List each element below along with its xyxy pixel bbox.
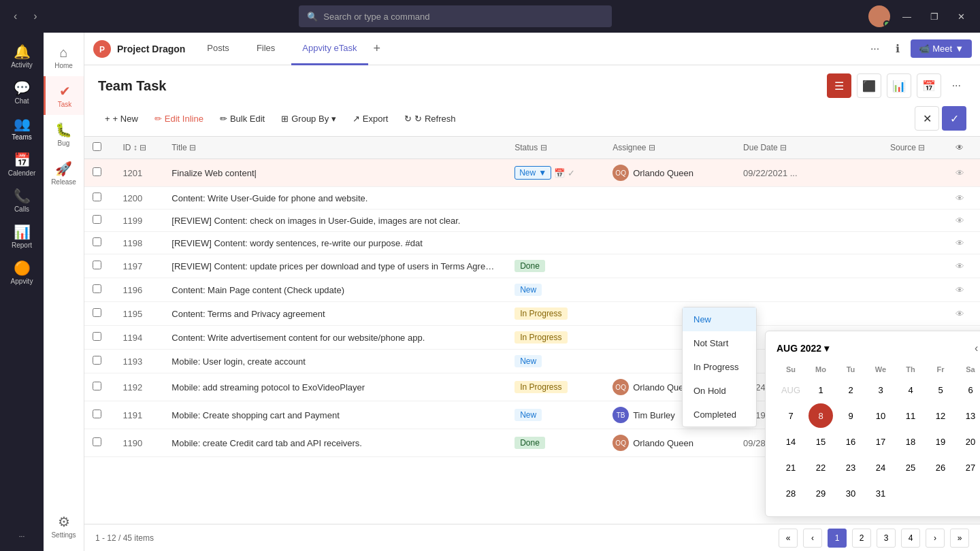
row-checkbox[interactable]: [93, 382, 101, 390]
close-edit-button[interactable]: ✕: [915, 106, 939, 131]
page-4-button[interactable]: 4: [901, 529, 920, 548]
row-checkbox[interactable]: [93, 215, 101, 224]
cal-day-22[interactable]: 22: [808, 455, 833, 480]
last-page-button[interactable]: »: [950, 529, 969, 548]
app-sidebar-release[interactable]: 🚀 Release: [44, 154, 84, 193]
bulk-edit-button[interactable]: ✏ Bulk Edit: [213, 110, 272, 128]
task-title[interactable]: Content: Write User-Guide for phone and …: [163, 187, 506, 210]
app-sidebar-home[interactable]: ⌂ Home: [44, 38, 84, 76]
cal-day-1[interactable]: 1: [808, 378, 833, 402]
filter-title-icon[interactable]: ⊟: [189, 143, 196, 152]
status-cell[interactable]: New: [506, 350, 604, 373]
cal-day-24[interactable]: 24: [868, 455, 893, 480]
filter-id-icon[interactable]: ⊟: [140, 143, 146, 152]
eye-cell[interactable]: 👁: [947, 302, 980, 326]
cal-day-11[interactable]: 11: [898, 403, 923, 428]
status-cell[interactable]: New: [506, 278, 604, 302]
row-checkbox[interactable]: [93, 193, 101, 201]
more-options-button[interactable]: ···: [865, 40, 885, 58]
app-sidebar-bug[interactable]: 🐛 Bug: [44, 115, 84, 154]
maximize-button[interactable]: ❐: [924, 5, 945, 27]
tab-files[interactable]: Files: [246, 33, 286, 65]
status-option-completed[interactable]: Completed: [683, 403, 756, 427]
task-title[interactable]: Content: Terms and Privacy agreement: [163, 302, 506, 326]
row-checkbox[interactable]: [93, 437, 101, 446]
cal-day-18[interactable]: 18: [898, 429, 923, 454]
sidebar-item-calendar[interactable]: 📅 Calender: [0, 146, 44, 182]
filter-source-icon[interactable]: ⊟: [918, 143, 925, 152]
cal-day-6[interactable]: 6: [958, 378, 980, 402]
task-title[interactable]: Mobile: create Credit card tab and API r…: [163, 429, 506, 457]
cal-day-20[interactable]: 20: [958, 429, 980, 454]
app-sidebar-task[interactable]: ✔ Task: [44, 76, 84, 115]
filter-due-icon[interactable]: ⊟: [780, 143, 787, 152]
nav-forward-button[interactable]: ›: [28, 7, 42, 25]
cal-day-29[interactable]: 29: [808, 481, 833, 505]
prev-month-button[interactable]: ‹: [975, 342, 978, 354]
sidebar-item-teams[interactable]: 👥 Teams: [0, 110, 44, 146]
confirm-edit-button[interactable]: ✓: [942, 106, 966, 131]
prev-page-button[interactable]: ‹: [803, 529, 822, 548]
status-cell[interactable]: In Progress: [506, 373, 604, 401]
row-checkbox[interactable]: [93, 332, 101, 341]
cal-day-5[interactable]: 5: [928, 378, 953, 402]
tab-appvity-etask[interactable]: Appvity eTask: [291, 33, 368, 65]
task-title[interactable]: Content: Write advertisement content for…: [163, 326, 506, 350]
calendar-trigger-icon[interactable]: 📅: [554, 168, 565, 178]
row-checkbox[interactable]: [93, 261, 101, 269]
cal-day-13[interactable]: 13: [958, 403, 980, 428]
task-title[interactable]: Finalize Web content|: [163, 159, 506, 187]
sidebar-item-chat[interactable]: 💬 Chat: [0, 74, 44, 110]
gantt-view-button[interactable]: 📊: [887, 73, 911, 98]
cal-day-4[interactable]: 4: [898, 378, 923, 402]
eye-cell[interactable]: 👁: [947, 159, 980, 187]
nav-back-button[interactable]: ‹: [8, 7, 22, 25]
eye-cell[interactable]: 👁: [947, 278, 980, 302]
cal-day-25[interactable]: 25: [898, 455, 923, 480]
cal-day-27[interactable]: 27: [958, 455, 980, 480]
cal-day-9[interactable]: 9: [838, 403, 863, 428]
cal-day-12[interactable]: 12: [928, 403, 953, 428]
row-checkbox[interactable]: [93, 356, 101, 365]
export-button[interactable]: ↗ Export: [346, 110, 395, 128]
status-cell[interactable]: Done: [506, 254, 604, 278]
eye-cell[interactable]: 👁: [947, 254, 980, 278]
info-button[interactable]: ℹ: [890, 39, 905, 58]
next-page-button[interactable]: ›: [926, 529, 945, 548]
status-cell-active[interactable]: New ▼ 📅 ✓: [506, 159, 604, 187]
sidebar-item-more[interactable]: ···: [0, 527, 44, 546]
list-view-button[interactable]: ☰: [827, 73, 851, 98]
sidebar-item-report[interactable]: 📊 Report: [0, 218, 44, 254]
edit-inline-button[interactable]: ✏ Edit Inline: [148, 110, 210, 128]
page-3-button[interactable]: 3: [877, 529, 896, 548]
status-option-inprogress[interactable]: In Progress: [683, 355, 756, 379]
task-title[interactable]: Content: Main Page content (Check update…: [163, 278, 506, 302]
row-checkbox[interactable]: [93, 237, 101, 246]
row-checkbox[interactable]: [93, 167, 101, 176]
status-option-notstart[interactable]: Not Start: [683, 331, 756, 355]
cal-day-28[interactable]: 28: [779, 481, 803, 505]
row-checkbox[interactable]: [93, 308, 101, 317]
status-cell[interactable]: In Progress: [506, 326, 604, 350]
status-cell[interactable]: In Progress: [506, 302, 604, 326]
cal-day-21[interactable]: 21: [779, 455, 803, 480]
cal-day-23[interactable]: 23: [838, 455, 863, 480]
app-sidebar-settings[interactable]: ⚙ Settings: [44, 507, 84, 546]
eye-cell[interactable]: 👁: [947, 187, 980, 210]
sidebar-item-activity[interactable]: 🔔 Activity: [0, 38, 44, 74]
status-option-new[interactable]: New: [683, 307, 756, 331]
cal-day-14[interactable]: 14: [779, 429, 803, 454]
tab-posts[interactable]: Posts: [196, 33, 240, 65]
calendar-month-year[interactable]: AUG 2022 ▾: [777, 343, 829, 354]
cal-day-15[interactable]: 15: [808, 429, 833, 454]
page-1-button[interactable]: 1: [828, 529, 847, 548]
eye-cell[interactable]: 👁: [947, 210, 980, 232]
add-tab-button[interactable]: +: [374, 41, 381, 56]
eye-cell[interactable]: 👁: [947, 232, 980, 254]
first-page-button[interactable]: «: [779, 529, 798, 548]
status-cell[interactable]: [506, 187, 604, 210]
status-option-onhold[interactable]: On Hold: [683, 379, 756, 403]
filter-status-icon[interactable]: ⊟: [540, 143, 547, 152]
status-cell[interactable]: New: [506, 401, 604, 429]
cal-day-17[interactable]: 17: [868, 429, 893, 454]
